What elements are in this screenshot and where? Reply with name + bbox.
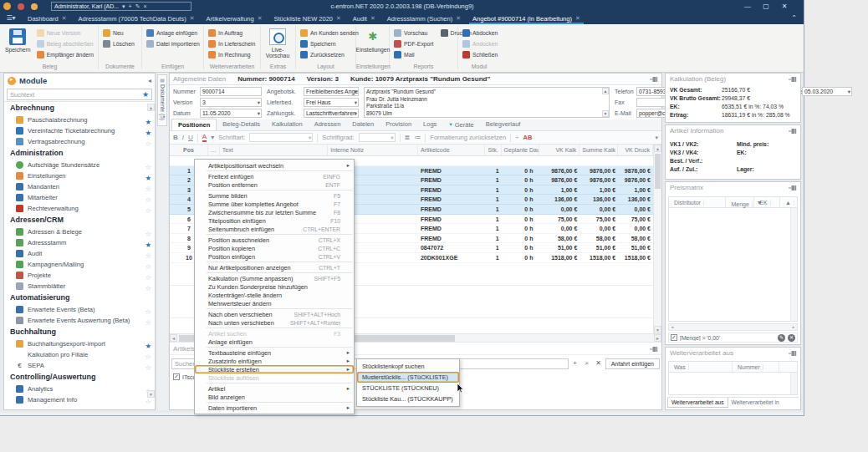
context-menu-item[interactable]: Seitenumbruch einfügen CTRL+ENTER: [195, 225, 354, 233]
nummer-field[interactable]: 9000714: [200, 87, 262, 96]
pin-icon[interactable]: [650, 346, 658, 353]
tab[interactable]: Geräte: [442, 119, 479, 130]
context-menu-item[interactable]: Mehrwertsteuer ändern: [195, 299, 354, 307]
module-search-input[interactable]: [10, 91, 140, 99]
column-header[interactable]: Was: [669, 362, 733, 372]
chevron-down-icon[interactable]: ▾: [122, 3, 125, 10]
bold-button[interactable]: B: [173, 134, 178, 141]
loeschen-button[interactable]: Löschen: [100, 38, 137, 49]
add-icon[interactable]: +: [570, 358, 580, 368]
tab-weiterverarbeitet-aus[interactable]: Weiterverarbeitet aus: [667, 398, 728, 408]
ribbon-collapse-icon[interactable]: ⌃: [791, 13, 797, 24]
abdocken-button[interactable]: Abdocken: [460, 28, 500, 38]
numbered-list-icon[interactable]: ≣: [405, 134, 411, 141]
context-menu-item[interactable]: Artikel suchen F3: [195, 329, 354, 338]
close-filter-icon[interactable]: ✕: [788, 334, 795, 342]
itscope-checkbox[interactable]: [173, 373, 180, 380]
italic-button[interactable]: I: [182, 134, 184, 141]
preismatrix-horizontal-scrollbar[interactable]: ◄ ►: [668, 323, 798, 331]
grid-vertical-scrollbar[interactable]: ▲ ▼: [653, 145, 661, 333]
maximize-button[interactable]: ▢: [757, 0, 775, 13]
lieferbed-combo[interactable]: Frei Haus: [304, 98, 359, 107]
angebotsk-combo[interactable]: Freibleibendes Angebot: [304, 87, 359, 96]
datei-importieren-button[interactable]: Datei importieren: [144, 38, 202, 49]
context-menu-item[interactable]: Zwischensumme bis zur letzten Summe F8: [195, 208, 354, 216]
sidebar-item[interactable]: Kalkulation pro Filiale: [4, 349, 155, 360]
scroll-up-icon[interactable]: ▲: [602, 88, 609, 94]
column-header[interactable]: …: [208, 145, 220, 155]
context-menu-item[interactable]: Position ausschneiden CTRL+X: [195, 236, 354, 244]
anlage-einfuegen-button[interactable]: Anlage einfügen: [144, 28, 202, 38]
close-tab-icon[interactable]: ✕: [190, 15, 195, 22]
scroll-right-icon[interactable]: ►: [790, 324, 797, 330]
document-tab[interactable]: Adressstamm (Suchen) ✕: [381, 13, 467, 24]
scroll-right-icon[interactable]: ►: [654, 334, 661, 342]
submenu-item[interactable]: Stückliste Kau... (STÜCKKAUPP): [357, 394, 459, 404]
tab[interactable]: Positionen: [171, 119, 217, 130]
sidebar-item[interactable]: Erwartete Events (Beta): [4, 304, 155, 315]
sidebar-item[interactable]: Projekte: [4, 270, 155, 281]
an-kunden-senden-button[interactable]: An Kunden senden: [298, 28, 361, 38]
pin-icon[interactable]: [789, 128, 797, 135]
sidebar-item[interactable]: Analytics: [4, 383, 155, 394]
sidebar-item[interactable]: Rechteverwaltung: [4, 203, 155, 214]
context-menu-item[interactable]: Nach unten verschieben SHIFT+ALT+Runter: [195, 318, 354, 327]
sidebar-item[interactable]: Kampagnen/Mailing: [4, 259, 155, 270]
context-menu-item[interactable]: Freitext einfügen EINFG: [195, 172, 354, 180]
context-menu-item[interactable]: Bild anzeigen: [195, 393, 354, 401]
favorite-star-icon[interactable]: [145, 404, 151, 404]
schliessen-button[interactable]: Schließen: [460, 49, 500, 60]
andocken-button[interactable]: Andocken: [460, 38, 500, 49]
layout-speichern-button[interactable]: Speichern: [298, 38, 361, 49]
scroll-left-icon[interactable]: ◄: [669, 324, 676, 330]
wvorlage-combo[interactable]: 05.03.2020: [802, 87, 852, 96]
split-icon[interactable]: ÷: [515, 134, 518, 141]
submenu-item[interactable]: STÜCKLISTE (STÜCKNEU): [357, 383, 459, 394]
pin-icon[interactable]: [650, 76, 658, 83]
dokumente-dock-tab[interactable]: ▤ Dokumente (5): [157, 74, 167, 126]
close-tab-icon[interactable]: ✕: [456, 15, 461, 22]
zahlungsk-combo[interactable]: Lastschriftverfahren: [304, 109, 359, 118]
pin-icon[interactable]: [789, 350, 797, 357]
column-header[interactable]: VK Druck: [618, 145, 653, 155]
beleg-abschliessen-button[interactable]: Beleg abschließen: [34, 38, 96, 49]
column-header[interactable]: Geplante Dauer: [502, 145, 540, 155]
sort-icon[interactable]: ▲: [783, 200, 794, 206]
context-menu-item[interactable]: Stückliste erstellen: [195, 365, 354, 373]
anfahrt-einfuegen-button[interactable]: Anfahrt einfügen: [605, 358, 660, 369]
tab[interactable]: Beleg-Details: [217, 119, 266, 130]
user-selector[interactable]: Administrator, Karl (AD... ▾ + ✎ ×: [51, 2, 191, 11]
tab-list-menu-icon[interactable]: ☰▾: [0, 13, 22, 24]
scroll-left-icon[interactable]: ◄: [170, 334, 177, 342]
neue-version-button[interactable]: Neue Version: [34, 28, 96, 38]
add-user-icon[interactable]: +: [129, 3, 132, 9]
context-menu-item[interactable]: Stückliste auflösen: [195, 373, 354, 382]
collapse-sidebar-icon[interactable]: ◂: [148, 77, 151, 84]
minimize-button[interactable]: —: [738, 0, 757, 13]
close-tab-icon[interactable]: ✕: [62, 15, 67, 22]
toolbar-options-icon[interactable]: ▾: [655, 135, 658, 141]
document-tab[interactable]: Dashboard ✕: [22, 13, 73, 24]
close-tab-icon[interactable]: ✕: [575, 15, 580, 22]
chevron-down-icon[interactable]: ▼: [602, 110, 609, 117]
kunde-adresse-box[interactable]: Arztpraxis "Rundum Gesund" Frau Dr. Jutt…: [364, 87, 610, 118]
pdf-export-button[interactable]: PDF-Export: [391, 38, 437, 49]
tab[interactable]: Belegverlauf: [480, 119, 527, 130]
close-button[interactable]: ✕: [775, 0, 794, 13]
sidebar-item[interactable]: Adressstamm: [4, 237, 155, 248]
sidebar-item[interactable]: Mitarbeiter: [4, 192, 155, 203]
close-tab-icon[interactable]: ✕: [258, 15, 263, 22]
tab[interactable]: Logs: [417, 119, 442, 130]
weiterverarbeitet-scrollbar[interactable]: [790, 373, 797, 394]
font-size-combo[interactable]: [359, 133, 396, 142]
edit-user-icon[interactable]: ✎: [135, 3, 140, 10]
column-header[interactable]: Distributor: [669, 197, 726, 207]
document-tab[interactable]: Stückliste NEW 2020 ✕: [268, 13, 347, 24]
sidebar-item[interactable]: Vereinfachte Ticketabrechnung: [4, 125, 155, 136]
clear-icon[interactable]: ✕: [594, 358, 604, 368]
zuruecksetzen-button[interactable]: Zurücksetzen: [298, 49, 361, 60]
context-menu-item[interactable]: Position einfügen CTRL+V: [195, 252, 354, 261]
live-vorschau-button[interactable]: Live-Vorschau: [263, 28, 293, 58]
sidebar-item[interactable]: Audit: [4, 248, 155, 259]
context-menu-item[interactable]: Summe über komplettes Angebot F7: [195, 200, 354, 208]
